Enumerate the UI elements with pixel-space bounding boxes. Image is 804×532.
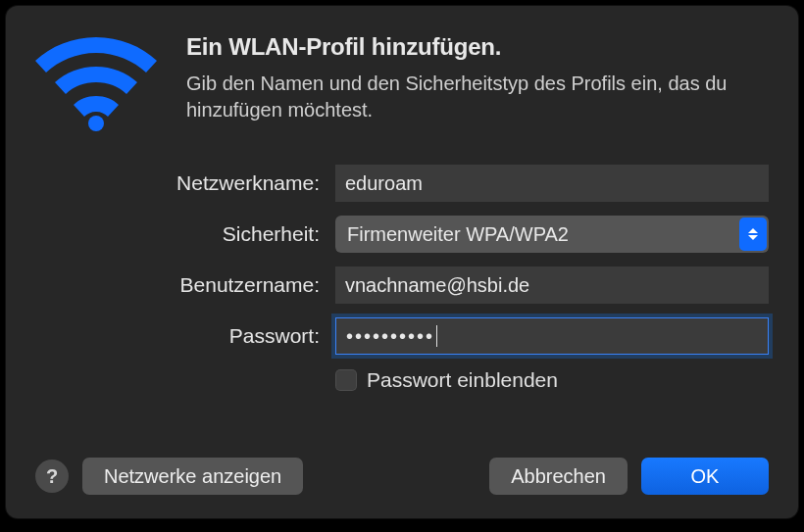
dialog-header: Ein WLAN-Profil hinzufügen. Gib den Name… — [35, 33, 769, 135]
security-value: Firmenweiter WPA/WPA2 — [347, 223, 569, 246]
wlan-profile-dialog: Ein WLAN-Profil hinzufügen. Gib den Name… — [6, 6, 798, 518]
cancel-button[interactable]: Abbrechen — [489, 458, 628, 495]
select-stepper-icon — [739, 218, 767, 251]
show-password-checkbox[interactable] — [335, 369, 357, 391]
chevron-up-icon — [748, 228, 758, 233]
show-password-row[interactable]: Passwort einblenden — [335, 368, 769, 392]
header-text: Ein WLAN-Profil hinzufügen. Gib den Name… — [186, 33, 769, 123]
wifi-icon — [35, 37, 157, 135]
username-label: Benutzername: — [35, 273, 320, 297]
dialog-footer: ? Netzwerke anzeigen Abbrechen OK — [35, 458, 769, 495]
ok-button[interactable]: OK — [641, 458, 769, 495]
dialog-title: Ein WLAN-Profil hinzufügen. — [186, 33, 769, 61]
dialog-subtitle: Gib den Namen und den Sicherheitstyp des… — [186, 71, 769, 123]
password-mask: •••••••••• — [346, 325, 434, 348]
show-password-label: Passwort einblenden — [367, 368, 558, 392]
username-input[interactable] — [335, 266, 769, 304]
password-input[interactable]: •••••••••• — [335, 317, 769, 355]
text-caret — [436, 325, 437, 347]
password-label: Passwort: — [35, 324, 320, 348]
show-networks-button[interactable]: Netzwerke anzeigen — [82, 458, 303, 495]
form: Netzwerkname: Sicherheit: Firmenweiter W… — [35, 165, 769, 392]
help-button[interactable]: ? — [35, 459, 69, 493]
svg-point-0 — [88, 116, 104, 131]
network-name-label: Netzwerkname: — [35, 171, 320, 195]
chevron-down-icon — [748, 235, 758, 240]
security-label: Sicherheit: — [35, 222, 320, 246]
network-name-input[interactable] — [335, 165, 769, 202]
security-select[interactable]: Firmenweiter WPA/WPA2 — [335, 216, 769, 253]
